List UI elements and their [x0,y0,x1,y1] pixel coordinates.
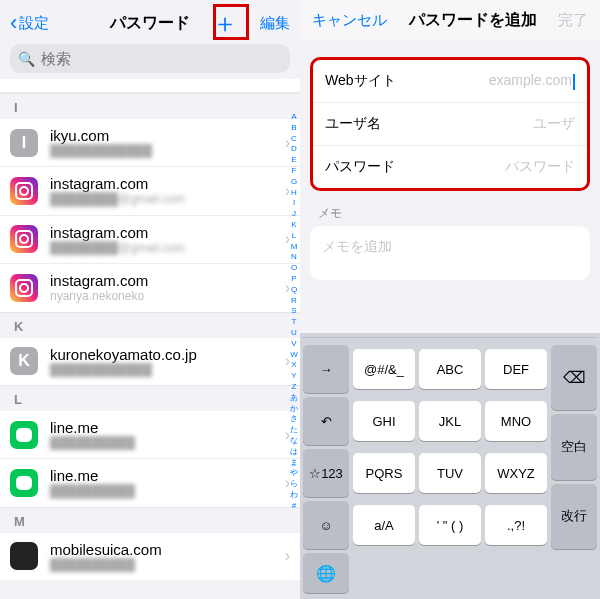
key-ghi[interactable]: GHI [353,401,415,441]
password-row[interactable]: mobilesuica.com██████████› [0,533,300,580]
key-case[interactable]: a/A [353,505,415,545]
key-arrow[interactable]: → [303,345,349,393]
row-username: ████████@gmail.com [50,241,285,255]
key-star123[interactable]: ☆123 [303,449,349,497]
username-field[interactable]: ユーザ名 ユーザ [313,103,587,146]
password-row[interactable]: Kkuronekoyamato.co.jp████████████› [0,338,300,385]
ig-icon [10,177,38,205]
search-input[interactable] [41,50,282,67]
website-field[interactable]: Webサイト example.com [313,60,587,103]
notes-field[interactable]: メモを追加 [310,226,590,280]
row-username: ██████████ [50,436,285,450]
key-mno[interactable]: MNO [485,401,547,441]
ig-icon [10,274,38,302]
chevron-right-icon: › [285,230,290,248]
backspace-icon: ⌫ [563,368,586,387]
gray-icon: K [10,347,38,375]
add-password-screen: キャンセル パスワードを追加 完了 Webサイト example.com ユーザ… [300,0,600,599]
globe-icon: 🌐 [316,564,336,583]
row-site: instagram.com [50,272,285,289]
row-site: instagram.com [50,175,285,192]
section-header: L [0,385,300,411]
key-punct[interactable]: .,?! [485,505,547,545]
page-title: パスワード [0,13,300,34]
password-row[interactable]: line.me██████████› [0,411,300,459]
row-username: ██████████ [50,484,285,498]
gray-icon: I [10,129,38,157]
row-site: line.me [50,467,285,484]
key-emoji[interactable]: ☺ [303,501,349,549]
search-field[interactable]: 🔍 [10,44,290,73]
section-header: K [0,312,300,338]
line-icon [10,469,38,497]
row-username: ████████████ [50,144,285,158]
row-username: nyanya.nekoneko [50,289,285,303]
password-row[interactable]: instagram.comnyanya.nekoneko› [0,264,300,311]
page-title: パスワードを追加 [409,10,537,31]
ig-icon [10,225,38,253]
key-return[interactable]: 改行 [551,484,597,549]
key-pqrs[interactable]: PQRS [353,453,415,493]
row-site: line.me [50,419,285,436]
previous-section-edge [0,79,300,93]
suica-icon [10,542,38,570]
passwords-list-screen: ‹ 設定 パスワード ＋ 編集 🔍 IIikyu.com████████████… [0,0,300,599]
line-icon [10,421,38,449]
search-icon: 🔍 [18,51,35,67]
row-site: kuronekoyamato.co.jp [50,346,285,363]
cancel-button[interactable]: キャンセル [312,11,387,30]
key-undo[interactable]: ↶ [303,397,349,445]
chevron-right-icon: › [285,134,290,152]
chevron-right-icon: › [285,279,290,297]
password-row[interactable]: instagram.com████████@gmail.com› [0,216,300,264]
password-placeholder: パスワード [407,158,575,176]
key-backspace[interactable]: ⌫ [551,345,597,410]
chevron-right-icon: › [285,547,290,565]
key-def[interactable]: DEF [485,349,547,389]
notes-section-label: メモ [318,205,582,222]
chevron-right-icon: › [285,474,290,492]
key-symbols[interactable]: @#/&_ [353,349,415,389]
keyboard: → ↶ ☆123 ☺ @#/&_ ABC DEF GHI JKL MNO [300,333,600,599]
password-row[interactable]: line.me██████████› [0,459,300,506]
chevron-right-icon: › [285,426,290,444]
chevron-right-icon: › [285,182,290,200]
nav-bar: キャンセル パスワードを追加 完了 [300,0,600,41]
password-field[interactable]: パスワード パスワード [313,146,587,188]
key-quotes[interactable]: ' " ( ) [419,505,481,545]
key-globe[interactable]: 🌐 [303,553,349,593]
section-header: I [0,93,300,119]
done-button[interactable]: 完了 [558,11,588,30]
nav-bar: ‹ 設定 パスワード ＋ 編集 [0,0,300,42]
key-tuv[interactable]: TUV [419,453,481,493]
section-header: M [0,507,300,533]
username-placeholder: ユーザ [407,115,575,133]
password-row[interactable]: instagram.com████████@gmail.com› [0,167,300,215]
row-username: ████████@gmail.com [50,192,285,206]
chevron-right-icon: › [285,352,290,370]
row-site: instagram.com [50,224,285,241]
row-site: mobilesuica.com [50,541,285,558]
credentials-form: Webサイト example.com ユーザ名 ユーザ パスワード パスワード [310,57,590,191]
key-wxyz[interactable]: WXYZ [485,453,547,493]
key-space[interactable]: 空白 [551,414,597,479]
row-username: ████████████ [50,363,285,377]
text-cursor [573,74,575,90]
website-placeholder: example.com [489,72,572,88]
key-abc[interactable]: ABC [419,349,481,389]
key-jkl[interactable]: JKL [419,401,481,441]
password-list[interactable]: IIikyu.com████████████›instagram.com████… [0,93,300,580]
password-row[interactable]: Iikyu.com████████████› [0,119,300,167]
row-username: ██████████ [50,558,285,572]
row-site: ikyu.com [50,127,285,144]
